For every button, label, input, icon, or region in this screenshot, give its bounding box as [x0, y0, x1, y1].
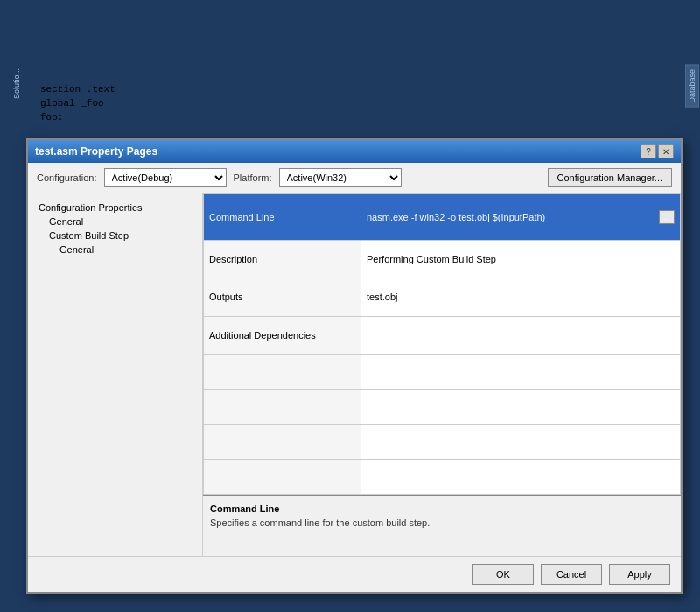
prop-row-description: Description Performing Custom Build Step [204, 240, 681, 278]
command-line-text: nasm.exe -f win32 -o test.obj $(InputPat… [367, 212, 545, 222]
platform-label: Platform: [234, 172, 272, 183]
prop-name-description[interactable]: Description [204, 240, 361, 278]
prop-row-empty1 [204, 355, 681, 390]
configuration-select[interactable]: Active(Debug) [104, 168, 227, 187]
property-tree: Configuration Properties General Custom … [28, 193, 203, 556]
apply-button[interactable]: Apply [609, 564, 670, 585]
prop-row-command-line: Command Line nasm.exe -f win32 -o test.o… [204, 194, 681, 241]
prop-row-empty4 [204, 460, 681, 495]
description-area: Command Line Specifies a command line fo… [203, 495, 681, 556]
properties-panel: Command Line nasm.exe -f win32 -o test.o… [203, 193, 681, 556]
dialog-controls: ? ✕ [640, 144, 674, 158]
config-label: Configuration: [37, 172, 97, 183]
desc-title: Command Line [210, 503, 674, 514]
ok-button[interactable]: OK [472, 564, 534, 585]
prop-value-outputs[interactable]: test.obj [361, 278, 681, 316]
tree-config-properties[interactable]: Configuration Properties [32, 200, 199, 215]
dialog-footer: OK Cancel Apply [28, 556, 681, 592]
command-line-ellipsis-btn[interactable]: ... [659, 210, 675, 224]
desc-text: Specifies a command line for the custom … [210, 517, 674, 528]
dialog-close-btn[interactable]: ✕ [658, 144, 674, 158]
cancel-button[interactable]: Cancel [541, 564, 602, 585]
dialog-title: test.asm Property Pages [35, 145, 158, 158]
prop-name-additional-deps[interactable]: Additional Dependencies [204, 316, 361, 354]
tree-custom-build-general[interactable]: General [32, 243, 199, 257]
prop-name-outputs[interactable]: Outputs [204, 278, 361, 316]
config-bar: Configuration: Active(Debug) Platform: A… [28, 163, 681, 193]
code-line-3: foo: [40, 110, 667, 124]
tree-custom-build-step[interactable]: Custom Build Step [32, 229, 199, 243]
database-tab[interactable]: Database [685, 65, 699, 108]
dialog-body: Configuration Properties General Custom … [28, 193, 681, 556]
prop-value-additional-deps[interactable] [361, 316, 681, 354]
config-manager-button[interactable]: Configuration Manager... [548, 168, 672, 187]
dialog-titlebar: test.asm Property Pages ? ✕ [28, 140, 681, 163]
solution-tab[interactable]: - Solutio... [10, 65, 23, 108]
code-line-2: global _foo [40, 96, 667, 110]
property-pages-dialog: test.asm Property Pages ? ✕ Configuratio… [26, 138, 682, 594]
prop-value-description[interactable]: Performing Custom Build Step [361, 240, 681, 278]
platform-config-select[interactable]: Active(Win32) [279, 168, 402, 187]
prop-row-outputs: Outputs test.obj [204, 278, 681, 316]
tree-general[interactable]: General [32, 215, 199, 229]
prop-row-additional-deps: Additional Dependencies [204, 316, 681, 354]
prop-name-command-line[interactable]: Command Line [204, 194, 361, 241]
command-line-value-container: nasm.exe -f win32 -o test.obj $(InputPat… [367, 210, 675, 224]
dialog-help-btn[interactable]: ? [640, 144, 656, 158]
prop-row-empty2 [204, 390, 681, 425]
properties-table: Command Line nasm.exe -f win32 -o test.o… [203, 193, 681, 495]
code-line-1: section .text [40, 82, 667, 96]
prop-row-empty3 [204, 425, 681, 460]
prop-value-command-line[interactable]: nasm.exe -f win32 -o test.obj $(InputPat… [361, 194, 681, 241]
